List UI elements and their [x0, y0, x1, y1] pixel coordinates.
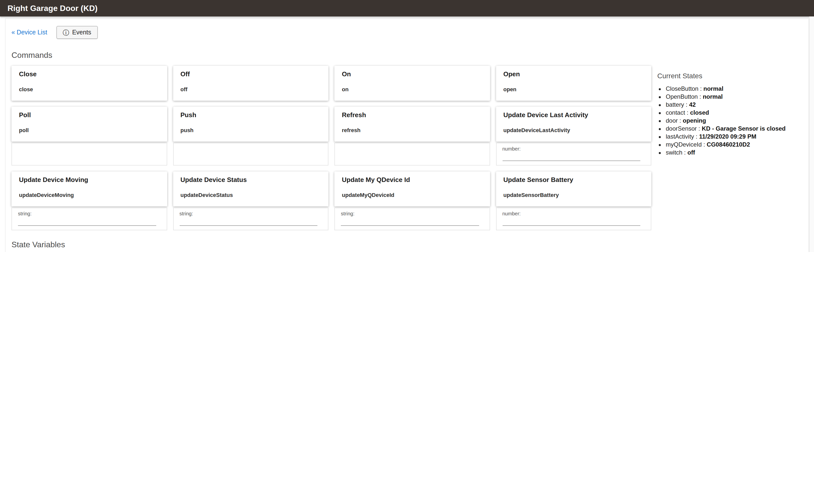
command-title: Update Device Moving [19, 176, 159, 183]
state-item: door : opening [666, 117, 801, 125]
param-label [341, 146, 483, 152]
command-name: open [503, 86, 644, 92]
commands-heading: Commands [11, 51, 651, 60]
command-update-device-last-activity-button[interactable]: Update Device Last Activity updateDevice… [496, 107, 651, 142]
param-label [179, 146, 322, 152]
command-name: off [180, 86, 321, 92]
state-item: lastActivity : 11/29/2020 09:29 PM [666, 133, 801, 141]
state-item: doorSensor : KD - Garage Sensor is close… [666, 125, 801, 133]
state-item: switch : off [666, 149, 801, 157]
command-param-input[interactable] [502, 218, 641, 226]
param-label: string: [18, 211, 160, 217]
command-poll-button[interactable]: Poll poll [11, 107, 167, 142]
current-states-list: CloseButton : normal OpenButton : normal… [657, 85, 801, 157]
events-button[interactable]: ⓘ Events [56, 26, 97, 39]
command-title: Update Device Last Activity [503, 111, 644, 119]
command-update-device-status-button[interactable]: Update Device Status updateDeviceStatus [173, 171, 328, 206]
command-name: close [19, 86, 159, 92]
command-params: string: [173, 207, 328, 230]
command-params [11, 143, 167, 166]
command-name: on [342, 86, 482, 92]
command-name: poll [19, 127, 159, 133]
command-param-input[interactable] [179, 218, 318, 226]
command-cell-refresh: Refresh refresh [334, 107, 490, 166]
command-title: Update Device Status [180, 176, 321, 183]
command-open-button[interactable]: Open open [496, 66, 651, 101]
command-cell-on: On on [334, 66, 490, 101]
commands-grid: Close close Off off On on [11, 66, 651, 230]
command-title: On [342, 70, 482, 78]
command-cell-update-my-qdevice-id: Update My QDevice Id updateMyQDeviceId s… [334, 171, 490, 230]
info-icon: ⓘ [63, 29, 69, 36]
command-cell-update-sensor-battery: Update Sensor Battery updateSensorBatter… [496, 171, 651, 230]
param-label: number: [502, 146, 645, 152]
events-button-label: Events [72, 29, 91, 36]
scrollbar[interactable] [809, 16, 814, 252]
command-name: updateSensorBattery [503, 192, 644, 198]
nav-row: « Device List ⓘ Events [11, 26, 809, 39]
main-panel: « Device List ⓘ Events Commands Close cl… [5, 18, 809, 252]
param-label: number: [502, 211, 645, 217]
command-params: number: [496, 143, 651, 166]
param-label [18, 146, 160, 152]
command-refresh-button[interactable]: Refresh refresh [334, 107, 490, 142]
command-title: Close [19, 70, 159, 78]
command-name: updateDeviceMoving [19, 192, 159, 198]
command-title: Push [180, 111, 321, 119]
page-title: Right Garage Door (KD) [7, 4, 97, 13]
command-title: Open [503, 70, 644, 78]
commands-column: Commands Close close Off off [11, 51, 651, 249]
command-cell-off: Off off [173, 66, 328, 101]
window-title-bar: Right Garage Door (KD) [0, 0, 814, 16]
command-title: Update Sensor Battery [503, 176, 644, 183]
state-variables-heading: State Variables [11, 240, 651, 249]
state-item: contact : closed [666, 109, 801, 117]
command-params: number: [496, 207, 651, 230]
page: Right Garage Door (KD) « Device List ⓘ E… [0, 0, 814, 252]
command-on-button[interactable]: On on [334, 66, 490, 101]
command-title: Poll [19, 111, 159, 119]
command-params: string: [334, 207, 490, 230]
command-update-device-moving-button[interactable]: Update Device Moving updateDeviceMoving [11, 171, 167, 206]
param-label: string: [179, 211, 322, 217]
commands-section: Commands Close close Off off [11, 51, 809, 249]
command-update-sensor-battery-button[interactable]: Update Sensor Battery updateSensorBatter… [496, 171, 651, 206]
state-item: CloseButton : normal [666, 85, 801, 93]
command-params: string: [11, 207, 167, 230]
state-item: battery : 42 [666, 101, 801, 109]
param-label: string: [341, 211, 483, 217]
command-cell-update-device-status: Update Device Status updateDeviceStatus … [173, 171, 328, 230]
command-params [334, 143, 490, 166]
command-cell-update-device-last-activity: Update Device Last Activity updateDevice… [496, 107, 651, 166]
command-close-button[interactable]: Close close [11, 66, 167, 101]
command-param-input[interactable] [341, 218, 479, 226]
current-states-panel: Current States CloseButton : normal Open… [651, 51, 809, 249]
command-title: Refresh [342, 111, 482, 119]
command-param-input[interactable] [18, 218, 156, 226]
command-name: push [180, 127, 321, 133]
command-title: Update My QDevice Id [342, 176, 482, 183]
command-param-input[interactable] [502, 153, 641, 161]
command-name: updateDeviceStatus [180, 192, 321, 198]
command-params [173, 143, 328, 166]
command-title: Off [180, 70, 321, 78]
command-off-button[interactable]: Off off [173, 66, 328, 101]
state-item: OpenButton : normal [666, 93, 801, 101]
command-push-button[interactable]: Push push [173, 107, 328, 142]
command-name: refresh [342, 127, 482, 133]
command-cell-close: Close close [11, 66, 167, 101]
state-item: myQDeviceId : CG08460210D2 [666, 141, 801, 149]
command-cell-open: Open open [496, 66, 651, 101]
command-update-my-qdevice-id-button[interactable]: Update My QDevice Id updateMyQDeviceId [334, 171, 490, 206]
command-cell-poll: Poll poll [11, 107, 167, 166]
command-cell-push: Push push [173, 107, 328, 166]
command-name: updateMyQDeviceId [342, 192, 482, 198]
device-list-link[interactable]: « Device List [11, 29, 47, 36]
command-name: updateDeviceLastActivity [503, 127, 644, 133]
command-cell-update-device-moving: Update Device Moving updateDeviceMoving … [11, 171, 167, 230]
current-states-heading: Current States [657, 72, 801, 80]
